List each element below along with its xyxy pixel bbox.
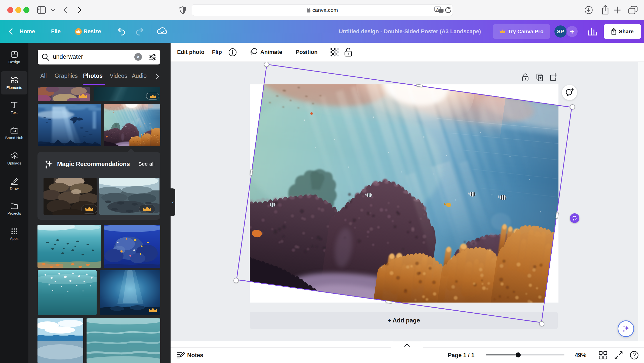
svg-text:A: A [436, 8, 439, 11]
svg-text:co.: co. [13, 130, 15, 132]
